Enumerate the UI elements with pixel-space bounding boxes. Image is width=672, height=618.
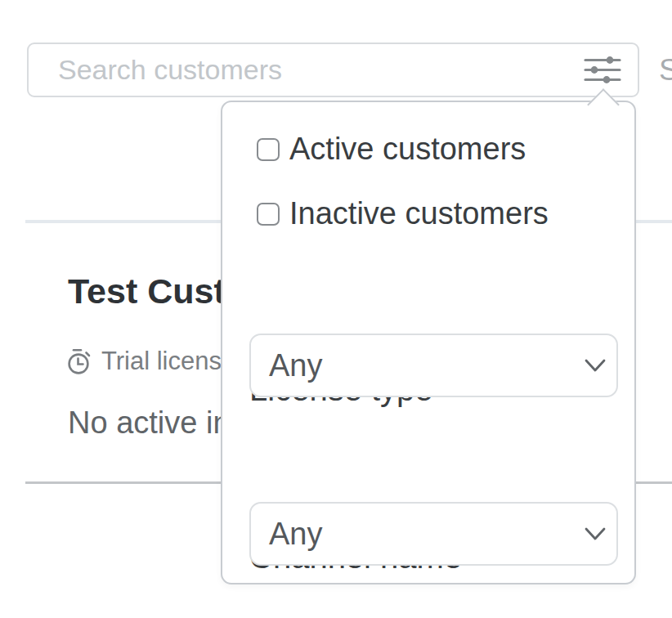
search-input[interactable] xyxy=(27,43,639,97)
customer-name[interactable]: Test Cust xyxy=(68,271,226,311)
channel-name-select[interactable]: Any xyxy=(249,502,618,566)
active-customers-checkbox[interactable] xyxy=(257,138,280,161)
inactive-customers-label: Inactive customers xyxy=(289,196,549,231)
filter-popover: Active customers Inactive customers Lice… xyxy=(221,101,636,584)
active-customers-option[interactable]: Active customers xyxy=(257,132,526,167)
channel-name-select-value: Any xyxy=(269,517,322,552)
license-type-select[interactable]: Any xyxy=(249,334,618,397)
inactive-customers-checkbox[interactable] xyxy=(257,203,280,226)
license-type-text: Trial licens xyxy=(101,347,222,376)
inactive-customers-option[interactable]: Inactive customers xyxy=(257,196,549,231)
chevron-down-icon xyxy=(585,527,606,541)
chevron-down-icon xyxy=(585,359,606,373)
installations-status-text: No active in xyxy=(68,405,231,441)
license-type-select-value: Any xyxy=(269,348,322,383)
sort-label-partial: S xyxy=(659,43,672,97)
filter-button[interactable] xyxy=(577,47,628,92)
active-customers-label: Active customers xyxy=(289,132,526,167)
timer-icon xyxy=(67,348,92,375)
customers-page: S Test Cust Trial licens No active in Ac… xyxy=(0,0,672,618)
license-row: Trial licens xyxy=(67,347,222,376)
sliders-icon xyxy=(584,56,621,83)
